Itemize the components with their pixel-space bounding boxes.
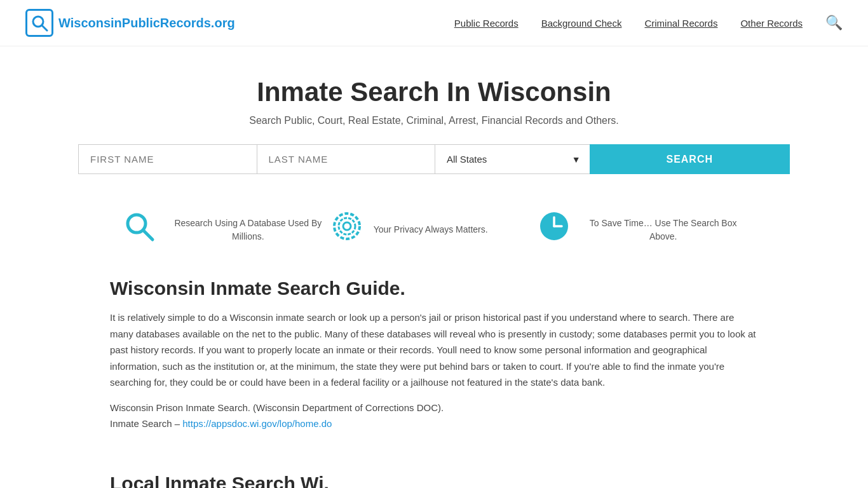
- clock-icon: [538, 210, 571, 250]
- main-nav: Public Records Background Check Criminal…: [454, 15, 843, 31]
- search-icon: [123, 210, 156, 250]
- feature-clock: To Save Time… Use The Search Box Above.: [538, 210, 745, 250]
- nav-other-records[interactable]: Other Records: [740, 18, 803, 29]
- page-title: Inmate Search In Wisconsin: [25, 77, 843, 107]
- local-section: Local Inmate Search Wi. Top Counties. Mi…: [85, 466, 783, 489]
- search-bar: All StatesWisconsinIllinoisMinnesotaIowa…: [78, 144, 790, 174]
- svg-line-3: [143, 230, 153, 240]
- last-name-input[interactable]: [257, 144, 435, 174]
- svg-point-5: [339, 218, 355, 234]
- features-section: Research Using A Database Used By Millio…: [85, 194, 783, 265]
- feature-fingerprint: Your Privacy Always Matters.: [330, 210, 538, 250]
- first-name-input[interactable]: [78, 144, 257, 174]
- hero-section: Inmate Search In Wisconsin Search Public…: [0, 46, 868, 194]
- svg-point-6: [343, 222, 351, 230]
- feature-search: Research Using A Database Used By Millio…: [123, 210, 330, 250]
- guide-ref-line1: Wisconsin Prison Inmate Search. (Wiscons…: [110, 402, 444, 413]
- guide-reference: Wisconsin Prison Inmate Search. (Wiscons…: [110, 400, 758, 432]
- guide-ref-line2: Inmate Search –: [110, 418, 180, 429]
- feature-search-text: Research Using A Database Used By Millio…: [166, 217, 330, 243]
- nav-background-check[interactable]: Background Check: [541, 18, 622, 29]
- logo-text: WisconsinPublicRecords.org: [58, 16, 235, 30]
- guide-paragraph: It is relatively simple to do a Wisconsi…: [110, 309, 758, 391]
- svg-line-1: [42, 25, 47, 30]
- nav-search-icon[interactable]: 🔍: [825, 15, 843, 31]
- state-select-wrapper: All StatesWisconsinIllinoisMinnesotaIowa…: [435, 144, 590, 174]
- nav-criminal-records[interactable]: Criminal Records: [644, 18, 717, 29]
- logo[interactable]: WisconsinPublicRecords.org: [25, 9, 235, 37]
- search-button[interactable]: SEARCH: [590, 144, 790, 174]
- hero-subtitle: Search Public, Court, Real Estate, Crimi…: [25, 115, 843, 126]
- feature-clock-text: To Save Time… Use The Search Box Above.: [581, 217, 745, 243]
- header: WisconsinPublicRecords.org Public Record…: [0, 0, 868, 46]
- fingerprint-icon: [330, 210, 363, 250]
- feature-fingerprint-text: Your Privacy Always Matters.: [374, 223, 488, 236]
- inmate-search-link[interactable]: https://appsdoc.wi.gov/lop/home.do: [182, 418, 332, 429]
- local-heading: Local Inmate Search Wi.: [110, 473, 758, 489]
- guide-section: Wisconsin Inmate Search Guide. It is rel…: [85, 265, 783, 466]
- nav-public-records[interactable]: Public Records: [454, 18, 519, 29]
- state-select[interactable]: All StatesWisconsinIllinoisMinnesotaIowa…: [435, 144, 590, 174]
- logo-icon: [25, 9, 53, 37]
- guide-heading: Wisconsin Inmate Search Guide.: [110, 278, 758, 299]
